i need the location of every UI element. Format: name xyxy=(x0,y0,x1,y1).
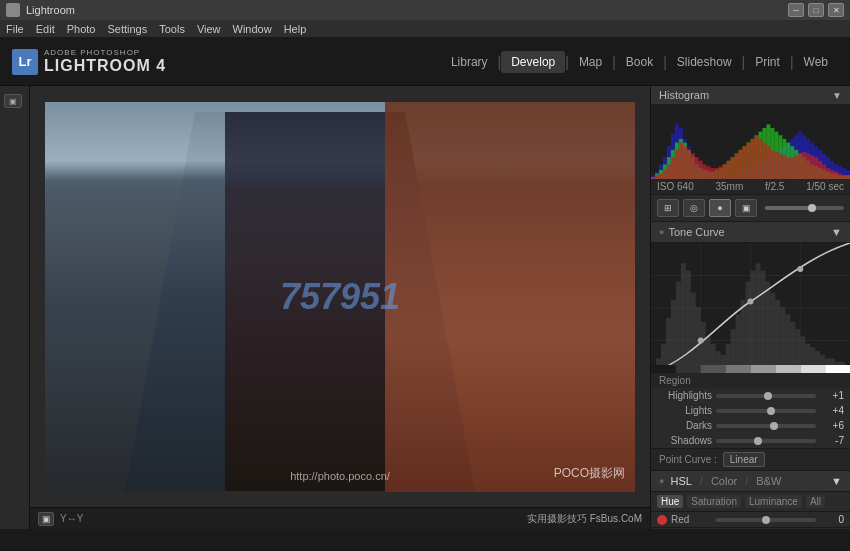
shadows-row: Shadows -7 xyxy=(651,433,850,448)
darks-row: Darks +6 xyxy=(651,418,850,433)
point-curve-value[interactable]: Linear xyxy=(723,452,765,467)
main-area: ▣ 757951 POCO摄影网 http://photo.poco.cn/ ▣ xyxy=(0,86,850,529)
center-panel: 757951 POCO摄影网 http://photo.poco.cn/ ▣ Y… xyxy=(30,86,650,529)
hsl-tab-hsl[interactable]: HSL xyxy=(668,475,693,487)
lights-thumb[interactable] xyxy=(767,407,775,415)
left-tool-1[interactable]: ▣ xyxy=(4,94,22,108)
photo-area[interactable]: 757951 POCO摄影网 http://photo.poco.cn/ xyxy=(30,86,650,507)
histogram-info: ISO 640 35mm f/2.5 1/50 sec xyxy=(651,179,850,194)
nav-tabs: Library | Develop | Map | Book | Slidesh… xyxy=(441,51,838,73)
tab-map[interactable]: Map xyxy=(569,51,612,73)
close-button[interactable]: ✕ xyxy=(828,3,844,17)
tone-curve-section: ● Tone Curve ▼ Region Highlights +1 Ligh… xyxy=(651,222,850,471)
bottom-left-tools: ▣ Y↔Y xyxy=(38,512,83,526)
lr-text: ADOBE PHOTOSHOP LIGHTROOM 4 xyxy=(44,48,166,75)
hsl-tab-bw[interactable]: B&W xyxy=(754,475,783,487)
grid-view-btn[interactable]: ▣ xyxy=(38,512,54,526)
darks-label: Darks xyxy=(657,420,712,431)
hsl-subtab-sat[interactable]: Saturation xyxy=(687,495,741,508)
tool-circle[interactable]: ◎ xyxy=(683,199,705,217)
region-label: Region xyxy=(651,373,850,388)
window-controls: ─ □ ✕ xyxy=(788,3,844,17)
tab-slideshow[interactable]: Slideshow xyxy=(667,51,742,73)
tool-strip: ⊞ ◎ ● ▣ xyxy=(651,195,850,222)
highlights-value: +1 xyxy=(820,390,844,401)
watermark-main: 757951 xyxy=(280,276,400,318)
shadows-value: -7 xyxy=(820,435,844,446)
brick-wall xyxy=(385,102,635,492)
adobe-label: ADOBE PHOTOSHOP xyxy=(44,48,166,57)
header: Lr ADOBE PHOTOSHOP LIGHTROOM 4 Library |… xyxy=(0,38,850,86)
focal-value: 35mm xyxy=(715,181,743,192)
shutter-value: 1/50 sec xyxy=(806,181,844,192)
tab-develop[interactable]: Develop xyxy=(501,51,565,73)
red-label: Red xyxy=(671,514,711,525)
tone-curve-title: Tone Curve xyxy=(668,226,831,238)
tab-print[interactable]: Print xyxy=(745,51,790,73)
menu-window[interactable]: Window xyxy=(233,23,272,35)
hsl-tabs: HSL / Color / B&W xyxy=(668,475,831,487)
left-panel: ▣ xyxy=(0,86,30,529)
point-curve-row: Point Curve : Linear xyxy=(651,448,850,470)
lr-name: LIGHTROOM 4 xyxy=(44,57,166,75)
aperture-value: f/2.5 xyxy=(765,181,784,192)
bottom-right-info: 实用摄影技巧 FsBus.CoM xyxy=(527,512,642,526)
curve-area[interactable] xyxy=(651,243,850,373)
red-track[interactable] xyxy=(715,518,816,522)
app-icon xyxy=(6,3,20,17)
menu-settings[interactable]: Settings xyxy=(107,23,147,35)
tone-curve-dot: ● xyxy=(659,227,664,237)
histogram-header[interactable]: Histogram ▼ xyxy=(651,86,850,104)
lights-row: Lights +4 xyxy=(651,403,850,418)
highlights-track[interactable] xyxy=(716,394,816,398)
menu-help[interactable]: Help xyxy=(284,23,307,35)
red-dot xyxy=(657,515,667,525)
hsl-subtab-lum[interactable]: Luminance xyxy=(745,495,802,508)
lights-track[interactable] xyxy=(716,409,816,413)
tool-slider-track[interactable] xyxy=(765,206,844,210)
prev-reset-bar: Previous Reset xyxy=(651,528,850,529)
histogram-arrow: ▼ xyxy=(832,90,842,101)
tool-dot[interactable]: ● xyxy=(709,199,731,217)
darks-thumb[interactable] xyxy=(770,422,778,430)
lr-logo: Lr ADOBE PHOTOSHOP LIGHTROOM 4 xyxy=(12,48,166,75)
hsl-subtab-hue[interactable]: Hue xyxy=(657,495,683,508)
window-title: Lightroom xyxy=(26,4,782,16)
title-bar: Lightroom ─ □ ✕ xyxy=(0,0,850,20)
watermark-poco: POCO摄影网 xyxy=(554,465,625,482)
hsl-red-row: Red 0 xyxy=(651,512,850,527)
hsl-subtab-all[interactable]: All xyxy=(806,495,825,508)
histogram-title: Histogram xyxy=(659,89,709,101)
menu-file[interactable]: File xyxy=(6,23,24,35)
darks-track[interactable] xyxy=(716,424,816,428)
highlights-label: Highlights xyxy=(657,390,712,401)
shadows-track[interactable] xyxy=(716,439,816,443)
lights-value: +4 xyxy=(820,405,844,416)
tab-web[interactable]: Web xyxy=(794,51,838,73)
maximize-button[interactable]: □ xyxy=(808,3,824,17)
tab-book[interactable]: Book xyxy=(616,51,663,73)
menu-photo[interactable]: Photo xyxy=(67,23,96,35)
minimize-button[interactable]: ─ xyxy=(788,3,804,17)
menu-edit[interactable]: Edit xyxy=(36,23,55,35)
hsl-tab-color[interactable]: Color xyxy=(709,475,739,487)
bottom-bar: ▣ Y↔Y 实用摄影技巧 FsBus.CoM xyxy=(30,507,650,529)
iso-value: ISO 640 xyxy=(657,181,694,192)
tab-library[interactable]: Library xyxy=(441,51,498,73)
watermark-url: http://photo.poco.cn/ xyxy=(290,470,390,482)
shadows-label: Shadows xyxy=(657,435,712,446)
tool-square[interactable]: ▣ xyxy=(735,199,757,217)
red-thumb[interactable] xyxy=(762,516,770,524)
hsl-section: ● HSL / Color / B&W ▼ Hue Saturation Lum… xyxy=(651,471,850,528)
curve-canvas xyxy=(651,243,850,373)
tone-curve-header[interactable]: ● Tone Curve ▼ xyxy=(651,222,850,243)
zoom-label[interactable]: Y↔Y xyxy=(60,513,83,524)
hsl-header[interactable]: ● HSL / Color / B&W ▼ xyxy=(651,471,850,492)
shadows-thumb[interactable] xyxy=(754,437,762,445)
lights-label: Lights xyxy=(657,405,712,416)
menu-view[interactable]: View xyxy=(197,23,221,35)
tool-grid[interactable]: ⊞ xyxy=(657,199,679,217)
hsl-subtabs: Hue Saturation Luminance All xyxy=(651,492,850,512)
menu-tools[interactable]: Tools xyxy=(159,23,185,35)
highlights-thumb[interactable] xyxy=(764,392,772,400)
